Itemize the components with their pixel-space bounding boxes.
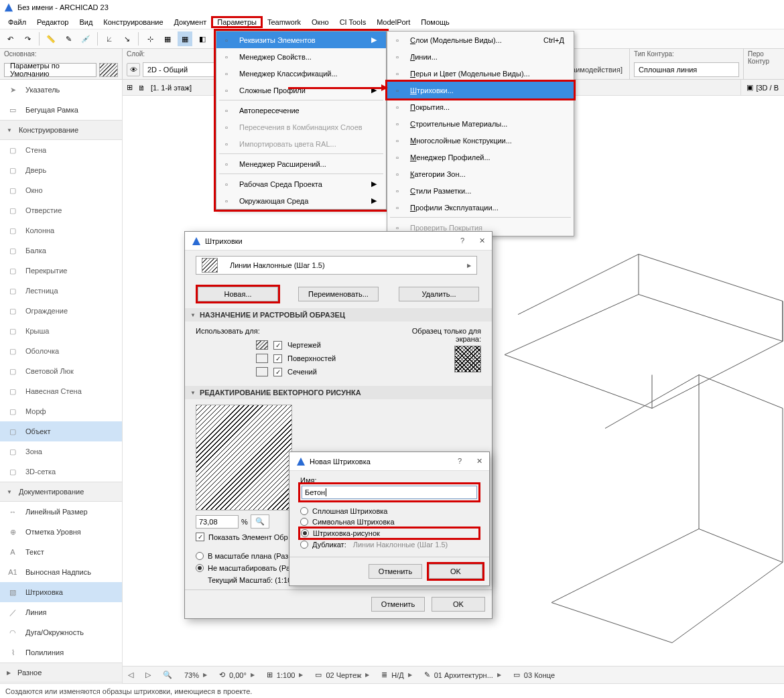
tool-Навесная Стена[interactable]: ▢Навесная Стена [0, 381, 122, 401]
menu-item[interactable]: ▫Профили Эксплуатации... [387, 199, 574, 216]
close-icon[interactable]: ✕ [476, 457, 482, 466]
menu-item[interactable]: ▫Строительные Материалы... [387, 115, 574, 132]
tool-marquee[interactable]: ▭Бегущая Рамка [0, 100, 122, 120]
menu-item[interactable]: ▫Штриховки... [387, 82, 574, 98]
cube-icon[interactable]: ◧ [195, 31, 210, 46]
angle-icon[interactable]: ⟀ [102, 31, 117, 46]
nav-fwd-icon[interactable]: ▷ [145, 671, 151, 679]
tool-Балка[interactable]: ▢Балка [0, 240, 122, 261]
chk-drawings[interactable] [273, 341, 282, 350]
angle-value[interactable]: 0,00° [229, 671, 247, 679]
snap-arrow-icon[interactable]: ↘ [119, 31, 134, 46]
menu-item[interactable]: ▫Менеджер Свойств... [216, 48, 386, 65]
tool-Ограждение[interactable]: ▢Ограждение [0, 301, 122, 321]
tool-Лестница[interactable]: ▢Лестница [0, 281, 122, 301]
nav-back-icon[interactable]: ◁ [128, 671, 133, 679]
plan-view-icon[interactable]: 🗎 [138, 84, 145, 92]
defaults-hatch-icon[interactable] [99, 63, 118, 77]
defaults-button[interactable]: Параметры по Умолчанию [4, 63, 96, 77]
screen-sample-grid[interactable] [454, 346, 481, 372]
tool-Линия[interactable]: ／Линия [0, 602, 122, 622]
undo-icon[interactable]: ↶ [3, 31, 17, 46]
tool-Световой Люк[interactable]: ▢Световой Люк [0, 361, 122, 381]
tool-Выносная Надпись[interactable]: A1Выносная Надпись [0, 562, 122, 582]
radio-symbolic[interactable] [300, 518, 308, 526]
menu-item[interactable]: ▫Рабочая Среда Проекта▶ [216, 176, 386, 192]
menu-file[interactable]: Файл [3, 17, 31, 27]
chk-surfaces[interactable] [273, 354, 282, 363]
params-dropdown[interactable]: ▫Реквизиты Элементов▶▫Менеджер Свойств..… [216, 31, 387, 210]
help-icon[interactable]: ? [460, 236, 464, 245]
scale-value[interactable]: 1:100 [277, 671, 296, 679]
eyedrop-icon[interactable]: ✎ [61, 31, 76, 46]
zoom-fit-button[interactable]: 🔍 [251, 514, 269, 529]
tool-Текст[interactable]: AТекст [0, 542, 122, 562]
grid-view-icon[interactable]: ⊞ [127, 83, 133, 92]
section-misc[interactable]: ▶Разное [0, 662, 122, 683]
hatch-dialog-titlebar[interactable]: Штриховки ?✕ [185, 232, 492, 251]
menu-item[interactable]: ▫Менеджер Расширений... [216, 155, 386, 172]
menu-help[interactable]: Помощь [415, 17, 455, 27]
rename-hatch-button[interactable]: Переименовать... [298, 287, 379, 301]
menu-teamwork[interactable]: Teamwork [262, 17, 306, 27]
radio-image-hatch[interactable] [301, 529, 309, 537]
tool-pointer[interactable]: ➤Указатель [0, 80, 122, 100]
zoom-value[interactable]: 73% [184, 671, 199, 679]
tool-Окно[interactable]: ▢Окно [0, 180, 122, 200]
name-input[interactable]: Бетон [302, 486, 477, 499]
close-icon[interactable]: ✕ [479, 236, 485, 245]
new-hatch-button[interactable]: Новая... [198, 287, 278, 301]
rotate-icon[interactable]: ⟲ [219, 671, 225, 679]
grid-icon[interactable]: ▦ [160, 31, 175, 46]
tool-Перекрытие[interactable]: ▢Перекрытие [0, 261, 122, 281]
tool-Дверь[interactable]: ▢Дверь [0, 160, 122, 180]
tool-Оболочка[interactable]: ▢Оболочка [0, 341, 122, 361]
menu-item[interactable]: ▫Сложные Профили▶ [216, 82, 386, 98]
menu-item[interactable]: ▫Линии... [387, 48, 574, 65]
delete-hatch-button[interactable]: Удалить... [399, 287, 479, 301]
menu-item[interactable]: ▫Стили Разметки... [387, 182, 574, 199]
section-purpose[interactable]: ▼НАЗНАЧЕНИЕ И РАСТРОВЫЙ ОБРАЗЕЦ [185, 308, 492, 322]
zoom-icons[interactable]: 🔍 [163, 671, 172, 679]
tool-3D-сетка[interactable]: ▢3D-сетка [0, 462, 122, 482]
tool-Морф[interactable]: ▢Морф [0, 401, 122, 421]
tool-Полилиния[interactable]: ⌇Полилиния [0, 642, 122, 662]
tool-Штриховка[interactable]: ▧Штриховка [0, 582, 122, 602]
menu-item[interactable]: ▫Покрытия... [387, 98, 574, 115]
tool-Стена[interactable]: ▢Стена [0, 140, 122, 160]
hatch-cancel-button[interactable]: Отменить [371, 597, 425, 612]
menu-view[interactable]: Вид [74, 17, 98, 27]
attributes-submenu[interactable]: ▫Слои (Модельные Виды)...Ctrl+Д▫Линии...… [387, 31, 574, 236]
menu-item[interactable]: ▫Слои (Модельные Виды)...Ctrl+Д [387, 31, 574, 48]
syringe-icon[interactable]: 💉 [78, 31, 93, 46]
zoom-percent-input[interactable]: 73,08 [196, 515, 239, 529]
radio-model-scale[interactable] [196, 552, 204, 560]
snap-point-icon[interactable]: ⊹ [143, 31, 157, 46]
current-hatch-dropdown[interactable]: Линии Наклонные (Шаг 1.5) ▶ [196, 256, 477, 275]
conc-value[interactable]: 03 Конце [524, 671, 555, 679]
tool-Объект[interactable]: ▢Объект [0, 421, 122, 441]
menu-item[interactable]: ▫Перья и Цвет (Модельные Виды)... [387, 65, 574, 82]
menu-construct[interactable]: Конструирование [98, 17, 168, 27]
menubar[interactable]: Файл Редактор Вид Конструирование Докуме… [0, 15, 784, 29]
tool-Крыша[interactable]: ▢Крыша [0, 321, 122, 341]
sheet-value[interactable]: 02 Чертеж [326, 671, 361, 679]
chk-show-element[interactable] [196, 533, 204, 541]
tool-Дуга/Окружность[interactable]: ◠Дуга/Окружность [0, 622, 122, 642]
view-tab-1[interactable]: [1. 1-й этаж] [151, 84, 192, 92]
hatch-ok-button[interactable]: OK [432, 597, 485, 612]
new-hatch-titlebar[interactable]: Новая Штриховка ?✕ [289, 452, 489, 471]
nd-value[interactable]: Н/Д [391, 671, 403, 679]
menu-item[interactable]: ▫Категории Зон... [387, 165, 574, 182]
layer-visibility-icon[interactable]: 👁 [127, 63, 140, 76]
chk-sections[interactable] [273, 368, 282, 376]
tool-Отметка Уровня[interactable]: ⊕Отметка Уровня [0, 522, 122, 542]
menu-item[interactable]: ▫Реквизиты Элементов▶ [216, 31, 386, 48]
tool-Колонна[interactable]: ▢Колонна [0, 220, 122, 240]
new-hatch-cancel-button[interactable]: Отменить [369, 564, 422, 579]
tool-Зона[interactable]: ▢Зона [0, 441, 122, 462]
menu-item[interactable]: ▫Менеджер Классификаций... [216, 65, 386, 82]
menu-item[interactable]: ▫Менеджер Профилей... [387, 149, 574, 165]
radio-duplicate[interactable] [300, 541, 308, 549]
menu-modelport[interactable]: ModelPort [371, 17, 415, 27]
